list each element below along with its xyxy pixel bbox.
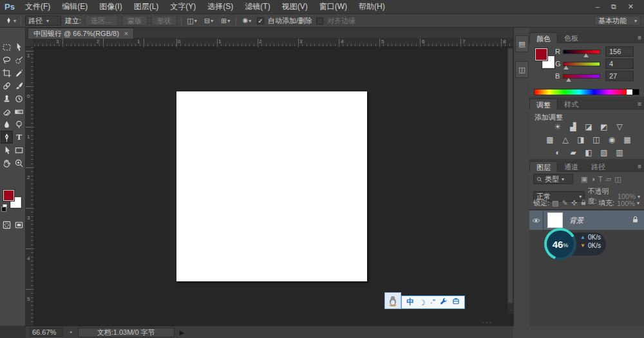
levels-icon[interactable]: ▟ [568,122,578,132]
path-arrange-icon[interactable]: ⊞▾ [219,15,232,26]
eyedropper-tool-icon[interactable] [13,66,25,79]
tab-paths[interactable]: 路径 [585,161,612,172]
type-tool-icon[interactable]: T [13,131,25,144]
tab-color[interactable]: 颜色 [529,32,558,43]
tab-adjustments[interactable]: 调整 [529,99,558,109]
brush-tool-icon[interactable] [13,79,25,92]
tab-swatches[interactable]: 色板 [558,32,585,43]
menu-layer[interactable]: 图层(L) [128,1,165,12]
channel-mixer-icon[interactable]: ◉ [607,135,617,145]
tab-channels[interactable]: 通道 [558,161,585,172]
workspace-switcher[interactable]: 基本功能 ▾ [594,15,641,26]
pen-tool-icon[interactable] [1,131,13,144]
slider-thumb[interactable] [583,53,589,57]
hand-tool-icon[interactable] [1,156,13,169]
ime-wrench-icon[interactable] [440,297,448,307]
blur-tool-icon[interactable] [1,118,13,131]
lock-transparency-icon[interactable]: ▨ [552,199,558,207]
color-spectrum-ramp[interactable] [534,89,639,95]
brightness-contrast-icon[interactable]: ☀ [553,122,563,132]
network-monitor-overlay[interactable]: 46% ▲ 0K/s ▼ 0K/s [544,228,606,260]
green-value-field[interactable]: 4 [605,59,634,69]
gear-icon[interactable]: ✺▾ [240,15,253,26]
filter-shape-layers-icon[interactable]: ▱ [606,175,611,183]
align-edges-checkbox[interactable] [316,17,323,24]
ime-mode-button[interactable]: 中 [406,297,414,308]
properties-panel-button[interactable]: ◫ [515,61,529,78]
hue-saturation-icon[interactable]: ▩ [545,135,555,145]
layer-thumbnail[interactable] [547,212,563,228]
quick-mask-button[interactable] [1,218,13,231]
posterize-icon[interactable]: ▰ [568,147,578,158]
menu-edit[interactable]: 编辑(E) [56,1,93,12]
ime-logo-button[interactable] [384,292,401,309]
eraser-tool-icon[interactable] [1,105,13,118]
threshold-icon[interactable]: ◧ [583,147,594,158]
make-selection-button[interactable]: 选区… [85,15,118,26]
tab-layers[interactable]: 图层 [529,161,558,172]
blue-value-field[interactable]: 27 [605,71,634,81]
filter-type-layers-icon[interactable]: T [598,175,603,183]
background-layer-row[interactable]: 背景 [529,211,644,230]
lock-position-icon[interactable]: ✜ [571,199,577,207]
tab-styles[interactable]: 样式 [558,99,585,109]
selective-color-icon[interactable]: ▧ [599,147,609,158]
menu-image[interactable]: 图像(I) [93,1,128,12]
red-slider[interactable] [563,50,600,54]
close-button[interactable]: ✕ [628,3,634,11]
gradient-tool-icon[interactable] [13,105,25,118]
history-panel-button[interactable]: ▤ [515,35,529,52]
foreground-color-swatch[interactable] [535,48,547,61]
tab-close-icon[interactable]: × [124,30,128,37]
layer-visibility-toggle[interactable] [529,211,544,230]
path-alignment-icon[interactable]: ⊟▾ [202,15,215,26]
slider-thumb[interactable] [564,66,569,70]
fill-value[interactable]: 100% ▾ [617,200,639,207]
make-shape-button[interactable]: 形状 [151,15,177,26]
menu-type[interactable]: 文字(Y) [164,1,202,12]
blue-slider[interactable] [563,74,600,79]
document-canvas[interactable] [176,91,367,281]
lock-all-icon[interactable] [580,199,587,207]
foreground-color-swatch[interactable] [3,190,14,201]
tool-mode-combo[interactable]: 路径 ▾ [25,15,61,26]
lasso-tool-icon[interactable] [1,53,13,66]
menu-select[interactable]: 选择(S) [202,1,239,12]
pen-tool-preset-icon[interactable]: ▾ [4,15,17,26]
ime-fullwidth-icon[interactable]: ☽ [419,298,426,307]
filter-smart-object-icon[interactable]: ◫ [614,175,621,183]
document-size-info[interactable]: 文档:1.03M/0 字节 [78,328,175,337]
scrollbar-thumb[interactable] [508,48,513,303]
color-lookup-icon[interactable]: ▦ [622,135,632,145]
menu-help[interactable]: 帮助(H) [353,1,391,12]
green-slider[interactable] [563,62,600,66]
panel-menu-icon[interactable]: ≡ [638,100,641,108]
ime-punctuation-icon[interactable]: ·” [430,298,435,307]
invert-icon[interactable]: ◐ [553,147,563,158]
panel-menu-icon[interactable]: ≡ [638,163,641,170]
make-mask-button[interactable]: 蒙版 [122,15,147,26]
zoom-level-field[interactable]: 66.67% [30,328,63,337]
marquee-tool-icon[interactable] [1,41,13,53]
curves-icon[interactable]: ◪ [583,122,594,132]
vertical-ruler[interactable]: 1 0 1 2 3 4 5 [26,47,34,326]
menu-view[interactable]: 视图(V) [276,1,314,12]
restore-button[interactable]: ⧉ [611,3,616,11]
color-balance-icon[interactable]: △ [560,135,571,145]
menu-window[interactable]: 窗口(W) [314,1,353,12]
gradient-map-icon[interactable]: ▥ [614,147,625,158]
layer-filter-combo[interactable]: 类型 ▾ [533,174,573,184]
black-white-icon[interactable]: ◨ [576,135,586,145]
horizontal-ruler[interactable]: 3 2 1 0 1 2 3 4 5 6 7 8 [34,39,513,47]
vertical-scrollbar[interactable] [506,47,513,314]
lock-pixels-icon[interactable]: ✎ [562,199,567,207]
history-brush-tool-icon[interactable] [13,92,25,105]
panel-menu-icon[interactable]: ≡ [638,34,641,41]
status-arrow-icon[interactable]: ▶ [180,329,185,336]
filter-adjustment-layers-icon[interactable]: ◑ [591,175,595,183]
document-tab[interactable]: 中国银行 @ 66.7%(RGB/8) × [28,28,134,39]
ime-toolbox-icon[interactable] [452,297,460,307]
minimize-button[interactable]: – [596,3,600,10]
clone-stamp-tool-icon[interactable] [1,92,13,105]
path-selection-tool-icon[interactable] [1,144,13,156]
